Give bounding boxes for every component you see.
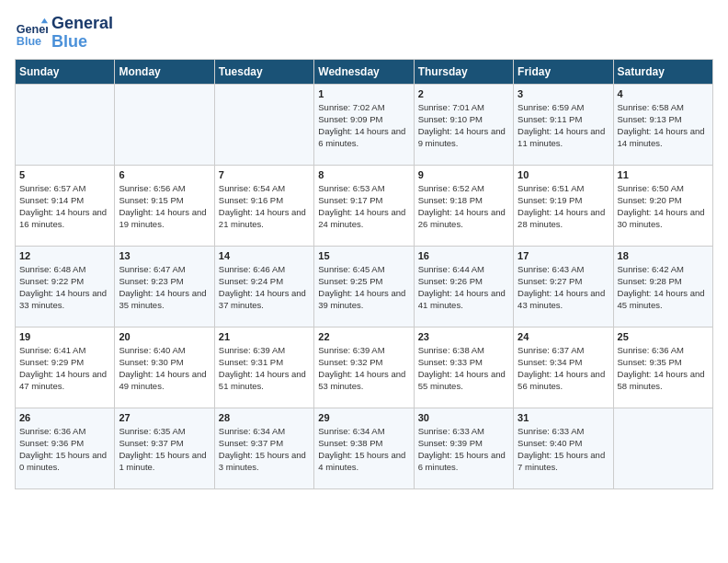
day-info: Sunrise: 6:33 AM Sunset: 9:40 PM Dayligh… [518,425,609,474]
empty-day-cell [16,84,115,165]
weekday-header-tuesday: Tuesday [214,59,313,84]
calendar-day-26: 26Sunrise: 6:36 AM Sunset: 9:36 PM Dayli… [16,408,115,488]
day-number: 10 [518,169,609,180]
day-number: 8 [318,169,409,180]
calendar-day-30: 30Sunrise: 6:33 AM Sunset: 9:39 PM Dayli… [414,408,513,488]
day-info: Sunrise: 6:43 AM Sunset: 9:27 PM Dayligh… [518,263,609,312]
day-info: Sunrise: 6:42 AM Sunset: 9:28 PM Dayligh… [618,263,709,312]
day-info: Sunrise: 6:56 AM Sunset: 9:15 PM Dayligh… [119,182,210,231]
weekday-header-saturday: Saturday [613,59,712,84]
calendar-day-14: 14Sunrise: 6:46 AM Sunset: 9:24 PM Dayli… [214,246,313,327]
calendar-day-19: 19Sunrise: 6:41 AM Sunset: 9:29 PM Dayli… [16,327,115,408]
day-number: 30 [418,412,509,423]
day-info: Sunrise: 6:36 AM Sunset: 9:36 PM Dayligh… [19,425,110,474]
svg-marker-2 [41,18,48,23]
empty-day-cell [613,408,712,488]
day-info: Sunrise: 6:58 AM Sunset: 9:13 PM Dayligh… [618,101,709,150]
logo: General Blue GeneralBlue [15,15,113,52]
day-number: 12 [19,250,110,261]
day-number: 11 [618,169,709,180]
calendar-day-29: 29Sunrise: 6:34 AM Sunset: 9:38 PM Dayli… [314,408,414,488]
day-number: 17 [518,250,609,261]
day-number: 2 [418,88,509,99]
day-number: 5 [19,169,110,180]
day-number: 26 [19,412,110,423]
weekday-header-sunday: Sunday [16,59,115,84]
day-number: 27 [119,412,210,423]
day-info: Sunrise: 6:54 AM Sunset: 9:16 PM Dayligh… [219,182,310,231]
calendar-day-1: 1Sunrise: 7:02 AM Sunset: 9:09 PM Daylig… [314,84,414,165]
calendar-day-5: 5Sunrise: 6:57 AM Sunset: 9:14 PM Daylig… [16,165,115,246]
day-number: 19 [19,331,110,342]
day-number: 3 [518,88,609,99]
day-number: 22 [318,331,409,342]
weekday-header-monday: Monday [115,59,214,84]
day-number: 18 [618,250,709,261]
calendar-day-2: 2Sunrise: 7:01 AM Sunset: 9:10 PM Daylig… [414,84,513,165]
day-info: Sunrise: 6:39 AM Sunset: 9:32 PM Dayligh… [318,344,409,393]
day-info: Sunrise: 6:52 AM Sunset: 9:18 PM Dayligh… [418,182,509,231]
calendar-week-row: 1Sunrise: 7:02 AM Sunset: 9:09 PM Daylig… [16,84,713,165]
calendar-day-12: 12Sunrise: 6:48 AM Sunset: 9:22 PM Dayli… [16,246,115,327]
calendar-day-18: 18Sunrise: 6:42 AM Sunset: 9:28 PM Dayli… [613,246,712,327]
calendar-day-31: 31Sunrise: 6:33 AM Sunset: 9:40 PM Dayli… [514,408,613,488]
calendar-day-23: 23Sunrise: 6:38 AM Sunset: 9:33 PM Dayli… [414,327,513,408]
weekday-header-row: SundayMondayTuesdayWednesdayThursdayFrid… [16,59,713,84]
calendar-day-28: 28Sunrise: 6:34 AM Sunset: 9:37 PM Dayli… [214,408,313,488]
calendar-day-13: 13Sunrise: 6:47 AM Sunset: 9:23 PM Dayli… [115,246,214,327]
calendar-day-8: 8Sunrise: 6:53 AM Sunset: 9:17 PM Daylig… [314,165,414,246]
calendar-day-6: 6Sunrise: 6:56 AM Sunset: 9:15 PM Daylig… [115,165,214,246]
calendar-week-row: 19Sunrise: 6:41 AM Sunset: 9:29 PM Dayli… [16,327,713,408]
day-info: Sunrise: 6:33 AM Sunset: 9:39 PM Dayligh… [418,425,509,474]
day-info: Sunrise: 6:38 AM Sunset: 9:33 PM Dayligh… [418,344,509,393]
day-info: Sunrise: 6:47 AM Sunset: 9:23 PM Dayligh… [119,263,210,312]
calendar-day-11: 11Sunrise: 6:50 AM Sunset: 9:20 PM Dayli… [613,165,712,246]
day-number: 23 [418,331,509,342]
day-info: Sunrise: 7:02 AM Sunset: 9:09 PM Dayligh… [318,101,409,150]
day-number: 20 [119,331,210,342]
day-info: Sunrise: 6:44 AM Sunset: 9:26 PM Dayligh… [418,263,509,312]
empty-day-cell [115,84,214,165]
day-info: Sunrise: 6:37 AM Sunset: 9:34 PM Dayligh… [518,344,609,393]
calendar-day-3: 3Sunrise: 6:59 AM Sunset: 9:11 PM Daylig… [514,84,613,165]
day-info: Sunrise: 6:35 AM Sunset: 9:37 PM Dayligh… [119,425,210,474]
day-number: 1 [318,88,409,99]
day-info: Sunrise: 6:36 AM Sunset: 9:35 PM Dayligh… [618,344,709,393]
calendar-day-4: 4Sunrise: 6:58 AM Sunset: 9:13 PM Daylig… [613,84,712,165]
day-info: Sunrise: 6:48 AM Sunset: 9:22 PM Dayligh… [19,263,110,312]
logo-icon: General Blue [15,17,48,50]
calendar-day-15: 15Sunrise: 6:45 AM Sunset: 9:25 PM Dayli… [314,246,414,327]
calendar-day-10: 10Sunrise: 6:51 AM Sunset: 9:19 PM Dayli… [514,165,613,246]
calendar-week-row: 5Sunrise: 6:57 AM Sunset: 9:14 PM Daylig… [16,165,713,246]
empty-day-cell [214,84,313,165]
day-number: 13 [119,250,210,261]
calendar-day-25: 25Sunrise: 6:36 AM Sunset: 9:35 PM Dayli… [613,327,712,408]
calendar-week-row: 12Sunrise: 6:48 AM Sunset: 9:22 PM Dayli… [16,246,713,327]
day-number: 28 [219,412,310,423]
day-info: Sunrise: 6:59 AM Sunset: 9:11 PM Dayligh… [518,101,609,150]
calendar-day-21: 21Sunrise: 6:39 AM Sunset: 9:31 PM Dayli… [214,327,313,408]
day-info: Sunrise: 6:40 AM Sunset: 9:30 PM Dayligh… [119,344,210,393]
day-info: Sunrise: 6:53 AM Sunset: 9:17 PM Dayligh… [318,182,409,231]
calendar-day-17: 17Sunrise: 6:43 AM Sunset: 9:27 PM Dayli… [514,246,613,327]
weekday-header-friday: Friday [514,59,613,84]
calendar-day-20: 20Sunrise: 6:40 AM Sunset: 9:30 PM Dayli… [115,327,214,408]
day-number: 31 [518,412,609,423]
day-info: Sunrise: 7:01 AM Sunset: 9:10 PM Dayligh… [418,101,509,150]
day-number: 24 [518,331,609,342]
day-number: 4 [618,88,709,99]
day-number: 21 [219,331,310,342]
svg-text:Blue: Blue [17,34,41,47]
day-number: 15 [318,250,409,261]
day-info: Sunrise: 6:34 AM Sunset: 9:37 PM Dayligh… [219,425,310,474]
day-info: Sunrise: 6:34 AM Sunset: 9:38 PM Dayligh… [318,425,409,474]
day-info: Sunrise: 6:39 AM Sunset: 9:31 PM Dayligh… [219,344,310,393]
day-info: Sunrise: 6:57 AM Sunset: 9:14 PM Dayligh… [19,182,110,231]
calendar-week-row: 26Sunrise: 6:36 AM Sunset: 9:36 PM Dayli… [16,408,713,488]
calendar-day-27: 27Sunrise: 6:35 AM Sunset: 9:37 PM Dayli… [115,408,214,488]
calendar-table: SundayMondayTuesdayWednesdayThursdayFrid… [15,59,713,489]
weekday-header-wednesday: Wednesday [314,59,414,84]
day-info: Sunrise: 6:46 AM Sunset: 9:24 PM Dayligh… [219,263,310,312]
calendar-day-24: 24Sunrise: 6:37 AM Sunset: 9:34 PM Dayli… [514,327,613,408]
day-info: Sunrise: 6:41 AM Sunset: 9:29 PM Dayligh… [19,344,110,393]
